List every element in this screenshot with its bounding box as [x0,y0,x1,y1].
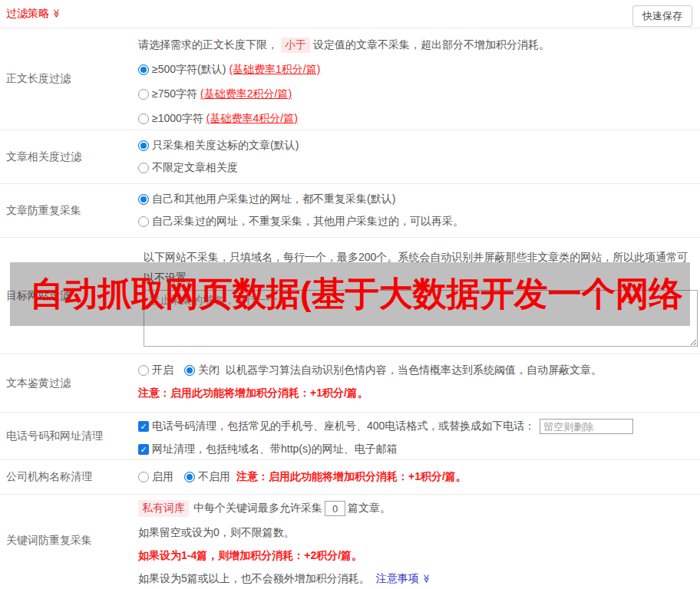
section-label: 关键词防重复采集 [0,495,138,587]
radio-unselected-icon[interactable] [138,89,149,100]
private-lexicon-badge: 私有词库 [138,500,189,517]
section-text-length-filter: 正文长度过滤 请选择需求的正文长度下限，小于设定值的文章不采集，超出部分不增加积… [0,28,700,130]
radio-label: 只采集相关度达标的文章(默认) [152,139,299,153]
radio-option-self-only[interactable]: 自己采集过的网址，不重复采集，其他用户采集过的，可以再采。 [138,214,700,229]
checkbox-checked-icon[interactable]: ✓ [138,421,149,432]
intro-text: 请选择需求的正文长度下限，小于设定值的文章不采集，超出部分不增加积分消耗。 [138,38,700,53]
fee-note: (基础费率4积分/篇) [206,112,298,126]
limit-text: 中每个关键词最多允许采集 [193,502,322,515]
chevron-down-icon: ≫ [51,9,61,18]
radio-option-1000[interactable]: ≥1000字符 (基础费率4积分/篇) [138,111,700,127]
hint-five-plus: 如果设为5篇或以上，也不会额外增加积分消耗。 [138,572,370,586]
filter-strategy-page: 过滤策略≫ 快速保存 正文长度过滤 请选择需求的正文长度下限，小于设定值的文章不… [0,0,700,589]
radio-label: ≥1000字符 [152,112,203,126]
section-label: 电话号码和网址清理 [0,413,138,459]
radio-selected-icon[interactable] [138,64,149,75]
notes-link[interactable]: 注意事项≫ [376,572,431,586]
section-keyword-anti-duplicate: 关键词防重复采集 私有词库 中每个关键词最多允许采集 篇文章。 如果留空或设为0… [0,495,700,587]
cost-warning: 注意：启用此功能将增加积分消耗：+1积分/篇。 [236,470,467,484]
radio-label: ≥750字符 [152,87,197,101]
section-phone-url-cleaning: 电话号码和网址清理 ✓ 电话号码清理，包括常见的手机号、座机号、400电话格式，… [0,413,700,460]
cost-warning: 如果设为1-4篇，则增加积分消耗：+2积分/篇。 [138,548,700,564]
page-title-text: 过滤策略 [6,7,49,19]
fee-note: (基础费率1积分/篇) [229,63,320,77]
page-header: 过滤策略≫ 快速保存 [0,0,700,28]
radio-selected-icon[interactable] [138,194,149,205]
quick-save-button[interactable]: 快速保存 [632,5,692,27]
radio-label: 不限定文章相关度 [152,161,238,175]
radio-label: 自己采集过的网址，不重复采集，其他用户采集过的，可以再采。 [152,215,464,229]
radio-selected-icon[interactable] [184,365,195,376]
section-label: 文本鉴黄过滤 [0,354,138,412]
section-label: 文章防重复采集 [0,184,138,237]
checkbox-label-phone[interactable]: 电话号码清理，包括常见的手机号、座机号、400电话格式，或替换成如下电话： [152,420,535,433]
section-label: 公司机构名称清理 [0,460,138,494]
radio-unselected-icon[interactable] [138,216,149,227]
radio-selected-icon[interactable] [184,472,195,482]
cost-warning: 注意：启用此功能将增加积分消耗：+1积分/篇。 [138,386,700,401]
checkbox-checked-icon[interactable]: ✓ [138,444,149,455]
radio-unselected-icon[interactable] [138,114,149,124]
chevron-down-icon: ≫ [421,574,431,584]
replacement-phone-input[interactable] [540,419,633,434]
radio-option-750[interactable]: ≥750字符 (基础费率2积分/篇) [138,87,700,102]
watermark-overlay: 自动抓取网页数据(基于大数据开发一个网络 [10,262,690,326]
radio-option-all-users[interactable]: 自己和其他用户采集过的网址，都不重复采集(默认) [138,192,700,207]
limit-text-suffix: 篇文章。 [348,502,391,515]
page-title[interactable]: 过滤策略≫ [6,7,61,21]
radio-unselected-icon[interactable] [138,472,149,482]
radio-label-off[interactable]: 关闭 [198,364,220,377]
section-porn-filter: 文本鉴黄过滤 开启 关闭 以机器学习算法自动识别色情内容，当色情概率达到系统阈值… [0,354,700,413]
checkbox-label-url[interactable]: 网址清理，包括纯域名、带http(s)的网址、电子邮箱 [152,443,398,456]
radio-label-disable[interactable]: 不启用 [198,470,230,484]
fee-note: (基础费率2积分/篇) [200,87,292,101]
section-anti-duplicate: 文章防重复采集 自己和其他用户采集过的网址，都不重复采集(默认) 自己采集过的网… [0,184,700,238]
section-relevance-filter: 文章相关度过滤 只采集相关度达标的文章(默认) 不限定文章相关度 [0,130,700,184]
radio-label: ≥500字符(默认) [152,63,226,77]
watermark-text: 自动抓取网页数据(基于大数据开发一个网络 [10,271,683,317]
radio-unselected-icon[interactable] [138,163,149,173]
radio-label-on[interactable]: 开启 [152,364,173,377]
radio-option-relevant-only[interactable]: 只采集相关度达标的文章(默认) [138,138,700,153]
radio-label: 自己和其他用户采集过的网址，都不重复采集(默认) [152,192,395,206]
section-label: 正文长度过滤 [0,28,138,130]
radio-label-enable[interactable]: 启用 [152,470,173,484]
radio-unselected-icon[interactable] [138,365,149,376]
max-articles-input[interactable] [325,501,345,516]
radio-option-500[interactable]: ≥500字符(默认) (基础费率1积分/篇) [138,62,700,77]
radio-option-no-limit[interactable]: 不限定文章相关度 [138,160,700,176]
section-label: 文章相关度过滤 [0,130,138,183]
hint-zero: 如果留空或设为0，则不限篇数。 [138,525,700,541]
section-company-name-cleaning: 公司机构名称清理 启用 不启用 注意：启用此功能将增加积分消耗：+1积分/篇。 [0,460,700,495]
feature-description: 以机器学习算法自动识别色情内容，当色情概率达到系统阈值，自动屏蔽文章。 [226,364,602,377]
highlight-keyword: 小于 [281,38,310,53]
radio-selected-icon[interactable] [138,140,149,151]
